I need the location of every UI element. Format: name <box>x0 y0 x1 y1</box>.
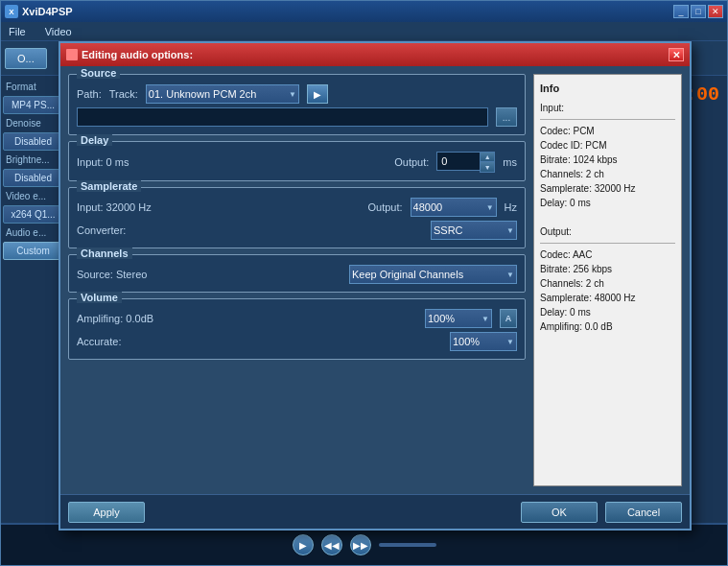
track-play-button[interactable]: ▶ <box>307 84 328 104</box>
audio-icon <box>66 49 78 60</box>
info-input-title: Input: <box>540 101 675 115</box>
info-divider-1 <box>540 119 675 120</box>
volume-section: Volume Amplifing: 0.0dB 100% 90% 80% A <box>68 298 526 360</box>
title-bar-left: X XviD4PSP <box>5 5 73 18</box>
samplerate-select-wrapper: 48000 44100 32000 22050 <box>411 198 497 217</box>
volume-row2: Accurate: 100% 90% 80% <box>77 332 517 351</box>
delay-spin-buttons: ▲ ▼ <box>480 152 495 173</box>
volume-row1: Amplifing: 0.0dB 100% 90% 80% A <box>77 309 517 328</box>
title-bar: X XviD4PSP _ □ ✕ <box>1 1 727 22</box>
channels-source-label: Source: Stereo <box>77 269 147 280</box>
samplerate-legend: Samplerate <box>77 180 141 192</box>
info-input-codec-id: Codec ID: PCM <box>540 138 675 153</box>
sidebar-item-denoise[interactable]: Disabled <box>3 132 63 151</box>
samplerate-select[interactable]: 48000 44100 32000 22050 <box>411 198 497 217</box>
maximize-button[interactable]: □ <box>691 5 706 18</box>
apply-button[interactable]: Apply <box>68 502 145 523</box>
channels-row: Source: Stereo Keep Original Channels Mo… <box>77 265 517 284</box>
rewind-button[interactable]: ◀◀ <box>321 534 342 555</box>
source-file-row: ... <box>77 107 517 127</box>
minimize-button[interactable]: _ <box>673 5 689 18</box>
app-window: X XviD4PSP _ □ ✕ File Video O... Format … <box>0 0 728 566</box>
playback-slider[interactable] <box>379 543 436 547</box>
channels-select[interactable]: Keep Original Channels Mono Stereo 5.1 <box>349 265 517 284</box>
info-output-bitrate: Bitrate: 256 kbps <box>540 262 675 276</box>
sidebar: Format MP4 PS... Denoise Disabled Bright… <box>1 76 66 523</box>
sidebar-item-audio[interactable]: Custom <box>3 242 63 260</box>
samplerate-hz-label: Hz <box>505 201 517 213</box>
info-input-samplerate: Samplerate: 32000 Hz <box>540 181 675 196</box>
info-output-delay: Delay: 0 ms <box>540 305 675 319</box>
delay-row: Input: 0 ms Output: ▲ ▼ ms <box>77 152 517 173</box>
ok-button[interactable]: OK <box>521 502 598 523</box>
brightness-label: Brightne... <box>3 153 63 167</box>
path-label: Path: <box>77 88 102 100</box>
dialog-edit-audio: Editing audio options: ✕ Source Path: Tr… <box>59 41 692 531</box>
auto-button[interactable]: A <box>500 309 517 328</box>
play-button[interactable]: ▶ <box>293 534 314 555</box>
delay-output-input[interactable] <box>436 152 480 171</box>
info-input-delay: Delay: 0 ms <box>540 196 675 210</box>
video-label: Video e... <box>3 189 63 203</box>
audio-label: Audio e... <box>3 225 63 240</box>
dialog-title: Editing audio options: <box>66 49 193 60</box>
info-output-samplerate: Samplerate: 48000 Hz <box>540 291 675 305</box>
samplerate-row1: Input: 32000 Hz Output: 48000 44100 3200… <box>77 198 517 217</box>
samplerate-row2: Converter: SSRC SRC None <box>77 221 517 240</box>
format-label: Format <box>3 80 63 94</box>
source-section: Source Path: Track: 01. Unknown PCM 2ch … <box>68 74 526 135</box>
samplerate-section: Samplerate Input: 32000 Hz Output: 48000… <box>68 187 526 248</box>
samplerate-output-label: Output: <box>367 201 402 213</box>
volume-legend: Volume <box>77 292 122 303</box>
converter-select-wrapper: SSRC SRC None <box>431 221 517 240</box>
info-output-codec: Codec: AAC <box>540 248 675 262</box>
amplify-select[interactable]: 100% 90% 80% <box>425 309 492 328</box>
app-icon: X <box>5 5 18 18</box>
converter-label: Converter: <box>77 224 126 236</box>
info-output-title: Output: <box>540 224 675 239</box>
sidebar-item-format[interactable]: MP4 PS... <box>3 96 63 114</box>
info-input-bitrate: Bitrate: 1024 kbps <box>540 153 675 167</box>
dialog-close-button[interactable]: ✕ <box>669 48 684 61</box>
sidebar-item-video[interactable]: x264 Q1... <box>3 205 63 224</box>
open-button[interactable]: O... <box>5 48 47 69</box>
delay-down-button[interactable]: ▼ <box>481 162 494 172</box>
source-legend: Source <box>77 67 120 79</box>
track-label: Track: <box>109 88 138 100</box>
info-output-channels: Channels: 2 ch <box>540 276 675 291</box>
info-input-codec: Codec: PCM <box>540 124 675 138</box>
info-output-amplify: Amplifing: 0.0 dB <box>540 319 675 334</box>
menu-bar: File Video <box>1 22 727 41</box>
track-select[interactable]: 01. Unknown PCM 2ch <box>146 84 299 104</box>
browse-button[interactable]: ... <box>496 107 517 127</box>
dialog-body: Source Path: Track: 01. Unknown PCM 2ch … <box>60 66 690 494</box>
sidebar-item-brightness[interactable]: Disabled <box>3 169 63 187</box>
channels-select-wrapper: Keep Original Channels Mono Stereo 5.1 <box>349 265 517 284</box>
info-panel: Info Input: Codec: PCM Codec ID: PCM Bit… <box>533 74 682 486</box>
delay-up-button[interactable]: ▲ <box>481 153 494 162</box>
dialog-footer: Apply OK Cancel <box>60 494 690 529</box>
info-divider-2 <box>540 243 675 244</box>
accurate-select-wrapper: 100% 90% 80% <box>450 332 517 351</box>
channels-section: Channels Source: Stereo Keep Original Ch… <box>68 254 526 293</box>
channels-legend: Channels <box>77 248 132 259</box>
converter-select[interactable]: SSRC SRC None <box>431 221 517 240</box>
cancel-button[interactable]: Cancel <box>605 502 682 523</box>
left-panel: Source Path: Track: 01. Unknown PCM 2ch … <box>68 74 526 486</box>
info-input-channels: Channels: 2 ch <box>540 167 675 181</box>
delay-section: Delay Input: 0 ms Output: ▲ ▼ ms <box>68 141 526 181</box>
delay-output-spin: ▲ ▼ <box>436 152 495 173</box>
samplerate-input-label: Input: 32000 Hz <box>77 201 152 213</box>
amplify-select-wrapper: 100% 90% 80% <box>425 309 492 328</box>
path-input[interactable] <box>77 107 488 127</box>
forward-button[interactable]: ▶▶ <box>350 534 371 555</box>
amplify-label: Amplifing: 0.0dB <box>77 313 153 324</box>
delay-output-label: Output: <box>394 156 429 168</box>
app-close-button[interactable]: ✕ <box>708 5 723 18</box>
menu-file[interactable]: File <box>5 24 30 39</box>
info-title: Info <box>540 81 675 97</box>
delay-input-label: Input: 0 ms <box>77 156 129 168</box>
accurate-select[interactable]: 100% 90% 80% <box>450 332 517 351</box>
menu-video[interactable]: Video <box>41 24 76 39</box>
delay-ms-label: ms <box>503 156 517 168</box>
